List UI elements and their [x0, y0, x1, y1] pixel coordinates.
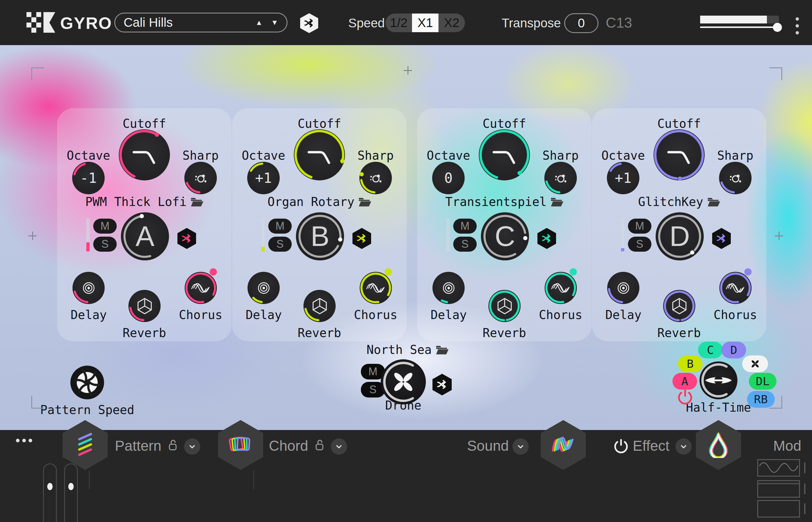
- mod-lfo-display-2[interactable]: [757, 480, 800, 498]
- reverb-knob-D[interactable]: [663, 290, 695, 322]
- randomize-dice-icon-C[interactable]: [537, 228, 556, 249]
- effect-section-label[interactable]: Effect: [633, 438, 670, 454]
- half-time-pill-d[interactable]: D: [721, 342, 746, 358]
- reverb-knob-A[interactable]: [128, 290, 161, 322]
- randomize-dice-icon-B[interactable]: [353, 228, 371, 249]
- voice-knob-A-value: A: [121, 212, 169, 260]
- half-time-random-pill-icon[interactable]: [742, 356, 768, 372]
- speed-segmented-control[interactable]: 1/2X1X2: [385, 14, 465, 32]
- solo-button-B[interactable]: S: [268, 237, 292, 252]
- cutoff-knob-A[interactable]: [119, 129, 170, 180]
- folder-icon[interactable]: [190, 196, 204, 207]
- reverb-knob-B-glyph: [303, 290, 336, 322]
- volume-slider-handle[interactable]: [773, 23, 782, 32]
- voice-knob-C[interactable]: C: [481, 212, 529, 260]
- delay-knob-C[interactable]: [433, 272, 464, 304]
- ellipsis-menu-icon[interactable]: [16, 438, 33, 444]
- sharp-knob-C[interactable]: [544, 162, 577, 194]
- pattern-expand-chevron[interactable]: [184, 438, 200, 455]
- half-time-pill-a[interactable]: A: [672, 373, 697, 390]
- randomize-dice-icon-D[interactable]: [712, 228, 731, 249]
- octave-knob-A[interactable]: -1: [72, 162, 105, 194]
- cutoff-knob-C[interactable]: [479, 129, 530, 180]
- delay-knob-A[interactable]: [73, 272, 105, 304]
- cutoff-knob-B[interactable]: [294, 129, 345, 180]
- sharp-knob-D[interactable]: [719, 162, 752, 194]
- speed-option-X1[interactable]: X1: [412, 14, 438, 32]
- effect-power-icon[interactable]: [614, 439, 629, 455]
- octave-knob-C[interactable]: 0: [432, 162, 464, 194]
- reverb-knob-B[interactable]: [303, 290, 336, 322]
- folder-icon[interactable]: [358, 196, 371, 207]
- drone-dice-icon[interactable]: [433, 374, 452, 396]
- solo-button-D[interactable]: S: [628, 237, 651, 252]
- kebab-menu-icon[interactable]: [795, 17, 799, 37]
- sharp-knob-A[interactable]: [184, 162, 217, 194]
- half-time-knob[interactable]: [699, 361, 737, 399]
- chorus-knob-A[interactable]: [185, 272, 217, 304]
- delay-knob-D[interactable]: [607, 272, 639, 304]
- mod-tick-3: [804, 503, 805, 514]
- mute-button-B[interactable]: M: [268, 219, 292, 234]
- mute-button-D[interactable]: M: [628, 219, 651, 234]
- chorus-knob-D[interactable]: [719, 272, 752, 304]
- chorus-knob-C-glyph: [544, 272, 577, 304]
- randomize-dice-icon-A[interactable]: [177, 228, 196, 249]
- voice-knob-D[interactable]: D: [656, 212, 704, 260]
- half-time-pill-rb[interactable]: RB: [747, 391, 775, 408]
- mute-button-A[interactable]: M: [93, 219, 117, 234]
- sound-expand-chevron[interactable]: [513, 438, 529, 455]
- drone-knob[interactable]: [381, 359, 426, 404]
- transpose-value-field[interactable]: 0: [564, 13, 598, 33]
- half-time-pill-dl[interactable]: DL: [749, 373, 776, 390]
- preset-up-icon[interactable]: ▲: [255, 19, 262, 26]
- mod-tick-1: [804, 462, 805, 473]
- pattern-speed-knob[interactable]: [71, 366, 104, 399]
- pattern-lock-icon[interactable]: [168, 438, 178, 453]
- mute-button-C[interactable]: M: [453, 219, 477, 234]
- chord-expand-chevron[interactable]: [331, 438, 347, 455]
- chord-section-label[interactable]: Chord: [269, 438, 308, 454]
- preset-down-icon[interactable]: ▼: [271, 19, 278, 26]
- sound-section-label[interactable]: Sound: [467, 438, 509, 454]
- half-time-pill-b[interactable]: B: [678, 356, 702, 372]
- delay-knob-B[interactable]: [247, 272, 280, 304]
- reverb-label: Reverb: [298, 326, 341, 340]
- octave-knob-B[interactable]: +1: [247, 162, 280, 194]
- mod-section-label[interactable]: Mod: [773, 438, 801, 454]
- reverb-knob-C[interactable]: [489, 290, 520, 322]
- half-time-pill-c[interactable]: C: [698, 342, 723, 358]
- chorus-knob-C[interactable]: [544, 272, 577, 304]
- voice-knob-A[interactable]: A: [121, 212, 169, 260]
- delay-knob-B-glyph: [247, 272, 280, 304]
- mod-lfo-display-3[interactable]: [757, 500, 800, 518]
- cutoff-knob-B-glyph: [294, 129, 345, 180]
- octave-knob-D[interactable]: +1: [607, 162, 639, 194]
- chorus-knob-B[interactable]: [360, 272, 392, 304]
- sharp-knob-B[interactable]: [359, 162, 392, 194]
- cutoff-knob-D[interactable]: [654, 129, 705, 180]
- preset-selector[interactable]: Cali Hills ▲ ▼: [114, 13, 288, 33]
- half-time-power-icon[interactable]: [677, 390, 693, 405]
- speed-option-X2[interactable]: X2: [438, 14, 465, 32]
- solo-button-C[interactable]: S: [453, 237, 477, 252]
- chord-lock-icon[interactable]: [315, 438, 325, 453]
- pattern-section-label[interactable]: Pattern: [115, 438, 161, 454]
- mod-wheel[interactable]: [64, 463, 78, 522]
- global-randomize-dice-icon[interactable]: [300, 13, 318, 33]
- sharp-knob-C-glyph: [544, 162, 577, 194]
- folder-icon[interactable]: [550, 196, 563, 207]
- chorus-label: Chorus: [354, 308, 398, 322]
- solo-button-A[interactable]: S: [93, 237, 117, 252]
- volume-slider-track[interactable]: [700, 26, 780, 28]
- reverb-knob-D-glyph: [663, 290, 695, 322]
- chorus-label: Chorus: [179, 308, 222, 322]
- voice-knob-B[interactable]: B: [296, 212, 344, 260]
- voice-panel-c: CutoffOctave0SharpTransientspielMSCDelay…: [417, 108, 592, 341]
- mod-lfo-display-1[interactable]: [757, 459, 800, 477]
- folder-icon[interactable]: [435, 344, 449, 355]
- speed-option-1-2[interactable]: 1/2: [385, 14, 412, 32]
- top-bar: GYRO Cali Hills ▲ ▼ Speed 1/2X1X2 Transp…: [0, 0, 812, 45]
- pitch-wheel[interactable]: [43, 463, 57, 522]
- effect-expand-chevron[interactable]: [675, 438, 692, 455]
